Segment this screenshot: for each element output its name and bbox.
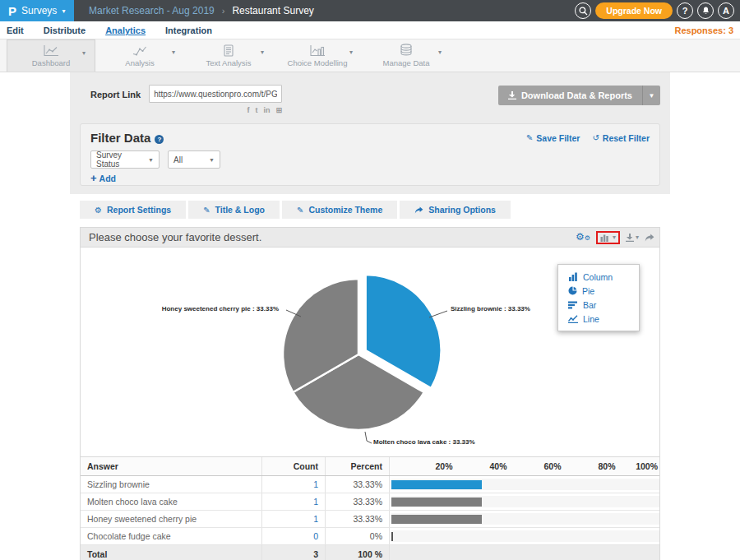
toolbar-tab-manage-data[interactable]: Manage Data ▾ — [362, 39, 451, 72]
embed-icon[interactable]: ⊞ — [276, 106, 283, 114]
toolbar-tab-label: Text Analysis — [206, 58, 252, 67]
percent-cell: 33.33% — [325, 511, 389, 527]
save-filter-button[interactable]: ✎Save Filter — [526, 133, 580, 143]
gears-icon: ⚙ — [95, 206, 102, 215]
percent-bar — [391, 515, 482, 524]
report-link-input[interactable] — [149, 85, 282, 103]
tab-label: Sharing Options — [428, 205, 496, 215]
chevron-down-icon[interactable]: ▾ — [172, 49, 175, 56]
nav-item-analytics[interactable]: Analytics — [105, 25, 146, 35]
breadcrumb-project[interactable]: Market Research - Aug 2019 — [89, 5, 215, 16]
upgrade-now-button[interactable]: Upgrade Now — [595, 2, 673, 19]
answer-cell: Honey sweetened cherry pie — [81, 511, 261, 527]
nav-item-integration[interactable]: Integration — [165, 25, 212, 35]
tab-customize-theme[interactable]: ✎Customize Theme — [282, 201, 397, 219]
answer-cell: Chocolate fudge cake — [81, 528, 261, 544]
total-bar-cell — [389, 545, 661, 560]
filter-help-icon[interactable]: ? — [155, 135, 164, 144]
chevron-down-icon[interactable]: ▾ — [349, 49, 353, 56]
axis-tick: 60% — [543, 461, 561, 471]
count-cell[interactable]: 1 — [261, 493, 325, 510]
nav-item-distribute[interactable]: Distribute — [44, 25, 86, 35]
reset-filter-button[interactable]: ↺Reset Filter — [592, 133, 650, 143]
report-link-label: Report Link — [90, 90, 141, 114]
menu-item-column[interactable]: Column — [558, 270, 639, 284]
toolbar-tab-dashboard[interactable]: Dashboard ▾ — [7, 39, 95, 72]
percent-bar — [391, 532, 393, 541]
filter-data-title: Filter Data — [90, 131, 150, 145]
tab-title-logo[interactable]: ✎Title & Logo — [188, 201, 280, 219]
table-total-row: Total 3 100 % — [81, 545, 659, 560]
tab-report-settings[interactable]: ⚙Report Settings — [80, 201, 186, 219]
download-icon — [508, 91, 516, 100]
report-header-section: Report Link f t in ⊞ Download Data & Rep… — [70, 72, 670, 194]
toolbar-tab-text-analysis[interactable]: Text Analysis ▾ — [184, 39, 273, 72]
menu-item-label: Bar — [583, 300, 596, 310]
reset-icon: ↺ — [592, 133, 599, 142]
pie-label-honey: Honey sweetened cherry pie : 33.33% — [162, 305, 279, 312]
chart-settings-gears-icon[interactable]: ⚙⚙ — [576, 232, 590, 243]
chevron-down-icon[interactable]: ▾ — [261, 49, 264, 56]
pencil-icon: ✎ — [203, 206, 210, 215]
tab-sharing-options[interactable]: Sharing Options — [400, 201, 511, 219]
chevron-down-icon[interactable]: ▾ — [438, 49, 442, 56]
facebook-icon[interactable]: f — [247, 106, 250, 114]
product-menu[interactable]: P Surveys ▾ — [0, 0, 74, 21]
questionpro-logo-icon: P — [8, 5, 16, 17]
filter-field-select[interactable]: Survey Status▼ — [90, 150, 160, 169]
count-cell[interactable]: 0 — [261, 528, 325, 544]
avatar[interactable]: A — [718, 2, 734, 19]
count-cell[interactable]: 1 — [261, 511, 325, 527]
answer-cell: Sizzling brownie — [81, 476, 261, 493]
filter-data-panel: Filter Data ? ✎Save Filter ↺Reset Filter… — [80, 123, 660, 186]
notifications-button[interactable] — [697, 2, 714, 19]
toolbar-tab-choice-modelling[interactable]: Choice Modelling ▾ — [273, 39, 362, 72]
search-icon — [579, 7, 588, 16]
share-chart-icon[interactable] — [645, 234, 654, 242]
download-chart-button[interactable]: ▾ — [626, 234, 639, 242]
combo-chart-icon — [309, 44, 326, 57]
menu-item-line[interactable]: Line — [558, 312, 639, 326]
nav-item-edit[interactable]: Edit — [7, 25, 24, 35]
menu-item-pie[interactable]: Pie — [558, 284, 639, 298]
plus-icon: + — [90, 174, 97, 183]
toolbar-tab-label: Choice Modelling — [288, 58, 348, 67]
menu-item-bar[interactable]: Bar — [558, 298, 639, 312]
axis-tick: 100% — [636, 461, 658, 471]
question-header: Please choose your favorite dessert. ⚙⚙ … — [81, 228, 659, 248]
bar-cell — [389, 511, 661, 527]
line-chart-icon — [43, 44, 59, 57]
menu-item-label: Pie — [582, 286, 594, 296]
chevron-down-icon: ▾ — [62, 7, 65, 15]
share-social-row: f t in ⊞ — [149, 106, 282, 114]
twitter-icon[interactable]: t — [256, 106, 258, 114]
toolbar-tab-label: Manage Data — [382, 58, 429, 67]
toolbar-tab-analysis[interactable]: Analysis ▾ — [95, 39, 184, 72]
chart-type-dropdown-menu: Column Pie Bar Line — [557, 264, 640, 331]
download-menu-caret[interactable]: ▼ — [642, 86, 660, 105]
responses-count[interactable]: Responses: 3 — [674, 25, 740, 35]
linkedin-icon[interactable]: in — [264, 106, 271, 114]
total-percent: 100 % — [325, 545, 389, 560]
pencil-icon: ✎ — [297, 206, 303, 215]
tab-label: Report Settings — [107, 205, 171, 215]
results-table: Answer Count Percent 20% 40% 60% 80% 100… — [81, 456, 659, 560]
chevron-down-icon[interactable]: ▾ — [82, 49, 86, 57]
breadcrumb-survey[interactable]: Restaurant Survey — [232, 5, 313, 16]
search-button[interactable] — [575, 2, 591, 19]
filter-value: All — [173, 155, 183, 164]
share-icon — [414, 206, 423, 214]
column-chart-icon — [568, 272, 578, 281]
table-row: Sizzling brownie 1 33.33% — [81, 476, 659, 493]
save-filter-label: Save Filter — [536, 133, 580, 143]
total-count: 3 — [261, 545, 325, 560]
add-filter-button[interactable]: +Add — [90, 174, 123, 183]
count-cell[interactable]: 1 — [261, 476, 325, 493]
help-button[interactable]: ? — [677, 2, 693, 19]
chart-type-button-highlighted[interactable]: ▾ — [596, 231, 620, 244]
filter-value-select[interactable]: All▼ — [168, 150, 220, 169]
menu-item-label: Column — [583, 272, 613, 282]
answer-cell: Molten choco lava cake — [81, 493, 261, 510]
download-data-reports-button[interactable]: Download Data & Reports ▼ — [498, 86, 660, 105]
scatter-chart-icon — [132, 44, 148, 57]
